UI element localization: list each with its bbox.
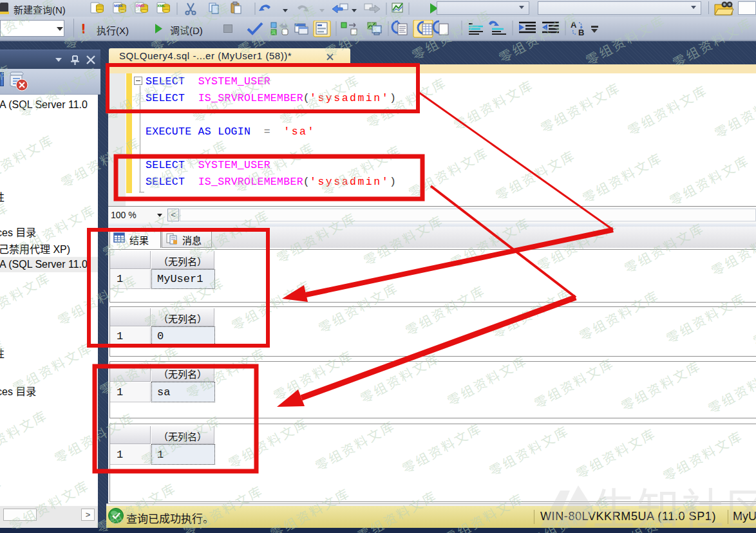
svg-text:DMX: DMX <box>136 4 144 8</box>
svg-text:XML: XML <box>157 4 165 8</box>
svg-text:A: A <box>571 20 577 30</box>
svg-text:B: B <box>578 28 584 37</box>
svg-text:MDX: MDX <box>114 4 122 8</box>
